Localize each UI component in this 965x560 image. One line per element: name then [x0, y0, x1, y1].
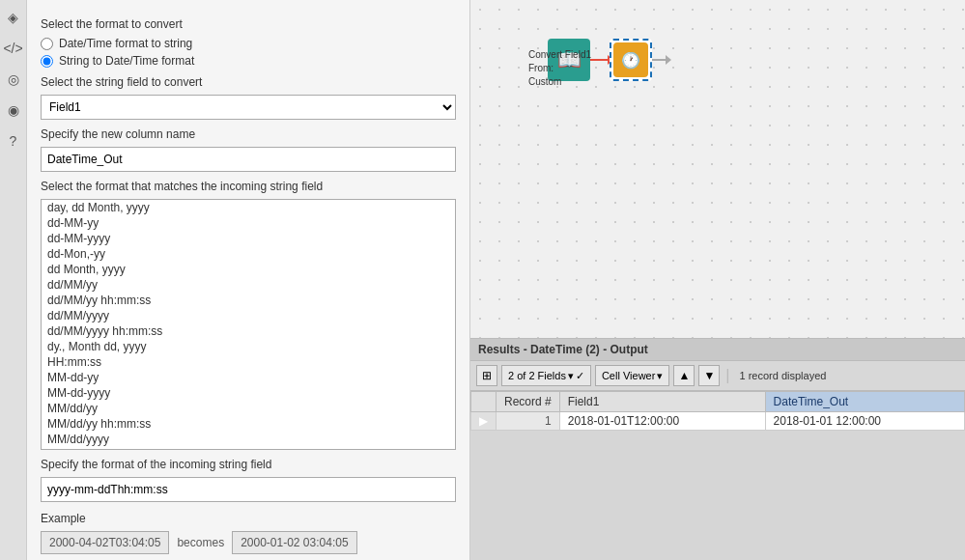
- table-cell: 2018-01-01 12:00:00: [765, 412, 964, 431]
- fields-check-icon: ✓: [576, 370, 584, 382]
- list-item[interactable]: MM-dd-yy: [42, 370, 455, 385]
- table-header-row: Record # Field1 DateTime_Out: [471, 392, 965, 412]
- cell-viewer-button[interactable]: Cell Viewer ▾: [595, 365, 669, 386]
- table-row: ▶12018-01-01T12:00:002018-01-01 12:00:00: [471, 412, 965, 431]
- sort-up-btn[interactable]: ▲: [673, 365, 695, 386]
- side-icon-2[interactable]: </>: [4, 39, 23, 58]
- separator: |: [725, 367, 729, 384]
- sort-down-btn[interactable]: ▼: [698, 365, 720, 386]
- convert-node[interactable]: 🕐: [610, 39, 652, 81]
- column-name-section: Specify the new column name: [41, 127, 456, 172]
- format-radio-1-label: Date/Time format to string: [59, 37, 192, 50]
- list-item[interactable]: dd/MM/yy hh:mm:ss: [42, 293, 455, 308]
- format-option-2: String to Date/Time format: [41, 54, 456, 68]
- list-item[interactable]: day, dd Month, yyyy: [42, 200, 455, 215]
- side-icon-5[interactable]: ?: [4, 131, 23, 151]
- format-section: Select the format to convert Date/Time f…: [41, 17, 456, 68]
- example-output-box: 2000-01-02 03:04:05: [232, 531, 356, 554]
- results-header: Results - DateTime (2) - Output: [470, 339, 965, 361]
- grid-icon-btn[interactable]: ⊞: [476, 365, 497, 386]
- custom-format-input[interactable]: [41, 477, 456, 502]
- list-item[interactable]: MM/dd/yy: [42, 401, 455, 416]
- connector-line: [590, 59, 610, 61]
- field-label: Select the string field to convert: [41, 75, 456, 89]
- format-radio-2[interactable]: [41, 55, 53, 68]
- format-match-section: Select the format that matches the incom…: [41, 180, 456, 450]
- example-section: Example 2000-04-02T03:04:05 becomes 2000…: [41, 512, 456, 554]
- becomes-label: becomes: [177, 536, 224, 549]
- results-panel: Results - DateTime (2) - Output ⊞ 2 of 2…: [470, 338, 965, 560]
- example-row: 2000-04-02T03:04:05 becomes 2000-01-02 0…: [41, 531, 456, 554]
- list-item[interactable]: dd-MM-yyyy: [42, 231, 455, 246]
- format-radio-group: Date/Time format to string String to Dat…: [41, 37, 456, 68]
- col-icon: [471, 392, 497, 412]
- side-icon-4[interactable]: ◉: [4, 100, 23, 120]
- list-item[interactable]: MM/dd/yyyy hh:mm:ss: [42, 447, 455, 450]
- left-panel: ◈ </> ◎ ◉ ? Select the format to convert…: [0, 0, 470, 560]
- fields-dropdown-icon: ▾: [568, 370, 574, 382]
- format-radio-2-label: String to Date/Time format: [59, 54, 194, 68]
- list-item[interactable]: dd Month, yyyy: [42, 262, 455, 277]
- node-label-line3: Custom: [528, 75, 591, 89]
- example-input-box: 2000-04-02T03:04:05: [41, 531, 169, 554]
- results-table-wrap: Record # Field1 DateTime_Out ▶12018-01-0…: [470, 391, 965, 555]
- fields-label: 2 of 2 Fields: [508, 370, 566, 381]
- node-label: Convert Field1 From: Custom: [528, 48, 591, 89]
- results-table: Record # Field1 DateTime_Out ▶12018-01-0…: [470, 391, 965, 431]
- table-cell: 1: [497, 412, 560, 431]
- list-item[interactable]: dd-Mon,-yy: [42, 246, 455, 262]
- format-radio-1[interactable]: [41, 38, 53, 50]
- side-icon-3[interactable]: ◎: [4, 70, 23, 89]
- example-label: Example: [41, 512, 456, 525]
- column-name-input[interactable]: [41, 147, 456, 172]
- list-item[interactable]: MM/dd/yy hh:mm:ss: [42, 416, 455, 432]
- node-label-line2: From:: [528, 62, 591, 75]
- col-datetime-out[interactable]: DateTime_Out: [765, 392, 964, 412]
- list-item[interactable]: HH:mm:ss: [42, 354, 455, 370]
- list-item[interactable]: dd/MM/yy: [42, 277, 455, 293]
- right-panel: 📖 🕐 Convert Field1 From: Custom Results …: [470, 0, 965, 560]
- field-section: Select the string field to convert Field…: [41, 75, 456, 120]
- side-icon-1[interactable]: ◈: [4, 8, 23, 27]
- list-item[interactable]: MM/dd/yyyy: [42, 432, 455, 447]
- side-icons: ◈ </> ◎ ◉ ?: [0, 0, 27, 560]
- table-cell: 2018-01-01T12:00:00: [559, 412, 765, 431]
- output-arrow: [652, 59, 667, 61]
- column-name-label: Specify the new column name: [41, 127, 456, 141]
- example-output-value: 2000-01-02 03:04:05: [241, 536, 348, 549]
- list-item[interactable]: dy., Month dd, yyyy: [42, 339, 455, 354]
- canvas-area: 📖 🕐 Convert Field1 From: Custom: [470, 0, 965, 338]
- custom-format-section: Specify the format of the incoming strin…: [41, 458, 456, 502]
- list-item[interactable]: MM-dd-yyyy: [42, 385, 455, 401]
- example-input-value: 2000-04-02T03:04:05: [49, 536, 160, 549]
- fields-button[interactable]: 2 of 2 Fields ▾ ✓: [501, 365, 591, 386]
- col-field1[interactable]: Field1: [559, 392, 765, 412]
- cell-viewer-label: Cell Viewer: [602, 370, 655, 381]
- list-item[interactable]: dd/MM/yyyy hh:mm:ss: [42, 323, 455, 339]
- cell-viewer-dropdown-icon: ▾: [657, 370, 663, 382]
- custom-format-label: Specify the format of the incoming strin…: [41, 458, 456, 471]
- convert-node-inner: 🕐: [613, 42, 648, 77]
- field-select[interactable]: Field1 Field2: [41, 95, 456, 120]
- format-label: Select the format to convert: [41, 17, 456, 31]
- list-item[interactable]: dd/MM/yyyy: [42, 308, 455, 323]
- col-record-num[interactable]: Record #: [497, 392, 560, 412]
- format-match-label: Select the format that matches the incom…: [41, 180, 456, 193]
- format-list[interactable]: day, dd Month, yyyydd-MM-yydd-MM-yyyydd-…: [41, 199, 456, 450]
- clock-icon: 🕐: [621, 51, 640, 70]
- record-count-text: 1 record displayed: [740, 370, 827, 381]
- node-label-line1: Convert Field1: [528, 48, 591, 62]
- results-toolbar: ⊞ 2 of 2 Fields ▾ ✓ Cell Viewer ▾ ▲ ▼ | …: [470, 361, 965, 391]
- row-icon-cell: ▶: [471, 412, 497, 431]
- format-option-1: Date/Time format to string: [41, 37, 456, 50]
- list-item[interactable]: dd-MM-yy: [42, 215, 455, 231]
